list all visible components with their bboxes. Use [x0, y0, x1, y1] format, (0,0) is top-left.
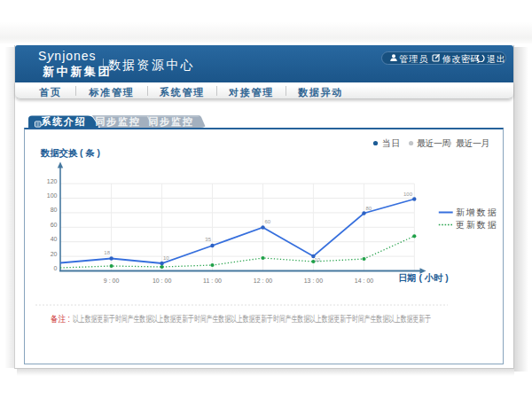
svg-text:最近一周: 最近一周 — [417, 138, 450, 148]
svg-text:0: 0 — [54, 265, 58, 271]
svg-text:10 : 00: 10 : 00 — [153, 278, 172, 284]
svg-text:20: 20 — [51, 251, 58, 257]
svg-text:当日: 当日 — [382, 138, 401, 148]
svg-text:35: 35 — [205, 237, 211, 242]
svg-text:同步监控: 同步监控 — [148, 116, 193, 127]
svg-text:最近一月: 最近一月 — [456, 138, 489, 148]
svg-text:新增数据: 新增数据 — [456, 207, 497, 217]
svg-text:80: 80 — [366, 206, 372, 211]
svg-text:以上数据更新于时间产生数据以上数据更新于时间产生数据以上数据: 以上数据更新于时间产生数据以上数据更新于时间产生数据以上数据更新于时间产生数据以… — [73, 314, 431, 324]
svg-text:9 : 00: 9 : 00 — [104, 278, 120, 284]
svg-text:60: 60 — [51, 222, 58, 228]
svg-text:100: 100 — [47, 192, 58, 199]
svg-text:10: 10 — [163, 255, 169, 261]
svg-text:60: 60 — [265, 219, 271, 224]
svg-text:更新数据: 更新数据 — [456, 220, 497, 230]
svg-text:12 : 00: 12 : 00 — [254, 278, 273, 284]
svg-text:数据交换 ( 条 ): 数据交换 ( 条 ) — [40, 147, 100, 159]
svg-text:日期 ( 小时 ): 日期 ( 小时 ) — [398, 272, 449, 283]
svg-text:13 : 00: 13 : 00 — [304, 278, 324, 284]
svg-text:18: 18 — [104, 250, 110, 255]
svg-text:同步监控: 同步监控 — [95, 116, 140, 127]
svg-text:40: 40 — [51, 236, 58, 242]
svg-text:备注 :: 备注 : — [51, 314, 70, 324]
svg-text:11 : 00: 11 : 00 — [203, 278, 222, 284]
svg-text:14 : 00: 14 : 00 — [355, 278, 374, 284]
svg-text:80: 80 — [51, 207, 58, 213]
svg-text:100: 100 — [403, 192, 413, 197]
svg-text:120: 120 — [47, 178, 58, 184]
svg-text:10: 10 — [315, 257, 321, 262]
svg-text:系统介绍: 系统介绍 — [40, 116, 86, 127]
